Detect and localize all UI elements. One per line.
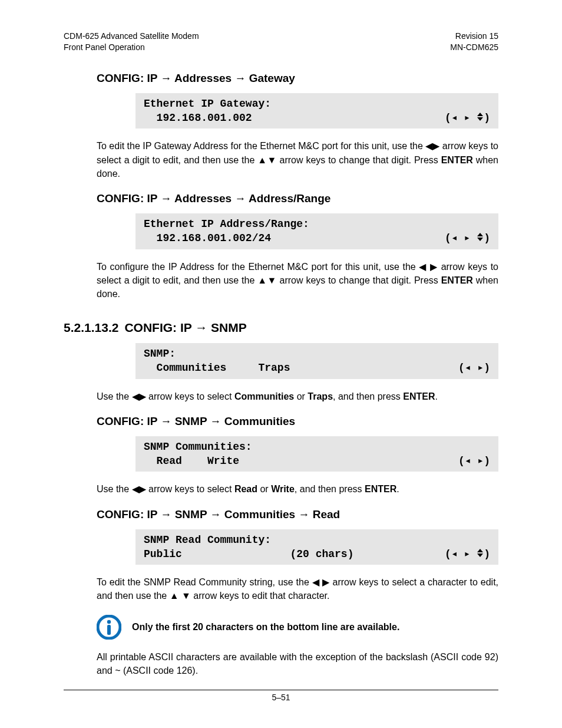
right-arrow-icon: →: [160, 72, 171, 84]
svg-marker-2: [477, 233, 483, 236]
heading-communities: CONFIG: IP → SNMP → Communities: [97, 415, 498, 428]
svg-marker-5: [477, 554, 483, 557]
lcd-display-communities: SNMP Communities: Read Write(◂ ▸): [135, 436, 498, 472]
right-arrow-icon: →: [160, 508, 171, 521]
right-arrow-icon: ▶: [139, 391, 146, 401]
right-arrow-icon: ▶: [322, 577, 329, 587]
nav-keys-icon: (◂ ▸): [458, 361, 490, 375]
left-arrow-icon: ◀: [425, 141, 432, 151]
left-arrow-icon: ◀: [132, 391, 139, 401]
nav-keys-icon: (◂ ▸ ): [445, 231, 490, 245]
nav-keys-icon: (◂ ▸ ): [445, 111, 490, 125]
right-arrow-icon: →: [210, 415, 222, 427]
right-arrow-icon: →: [210, 508, 222, 521]
left-arrow-icon: ◀: [419, 262, 427, 272]
para-address-range: To configure the IP Address for the Ethe…: [97, 260, 498, 301]
header-right-1: Revision 15: [450, 31, 498, 42]
up-arrow-icon: ▲: [170, 591, 179, 601]
right-arrow-icon: →: [195, 321, 207, 334]
para-read-community: To edit the SNMP Read Community string, …: [97, 575, 498, 602]
lcd-display-snmp: SNMP: Communities Traps(◂ ▸): [135, 343, 498, 379]
down-arrow-icon: ▼: [181, 591, 191, 601]
header-left-1: CDM-625 Advanced Satellite Modem: [64, 31, 199, 42]
right-arrow-icon: →: [234, 192, 246, 205]
para-snmp: Use the ◀▶ arrow keys to select Communit…: [97, 390, 498, 403]
right-arrow-icon: ▶: [139, 484, 146, 494]
heading-snmp: 5.2.1.13.2CONFIG: IP → SNMP: [64, 321, 498, 335]
svg-rect-8: [107, 625, 111, 635]
para-gateway: To edit the IP Gateway Address for the E…: [97, 139, 498, 180]
heading-gateway: CONFIG: IP → Addresses → Gateway: [97, 72, 498, 85]
left-arrow-icon: ◀: [312, 577, 319, 587]
down-arrow-icon: ▼: [267, 155, 276, 165]
svg-marker-0: [477, 113, 483, 116]
down-arrow-icon: ▼: [267, 275, 276, 285]
right-arrow-icon: →: [234, 72, 246, 84]
info-icon: [97, 615, 121, 640]
right-arrow-icon: →: [160, 415, 171, 427]
up-arrow-icon: ▲: [257, 275, 267, 285]
heading-address-range: CONFIG: IP → Addresses → Address/Range: [97, 192, 498, 205]
left-arrow-icon: ◀: [132, 484, 139, 494]
svg-marker-4: [477, 549, 483, 552]
svg-marker-1: [477, 117, 483, 121]
heading-read-community: CONFIG: IP → SNMP → Communities → Read: [97, 508, 498, 521]
lcd-display-read-community: SNMP Read Community: Public (20 chars)(◂…: [135, 529, 498, 565]
right-arrow-icon: ▶: [430, 262, 438, 272]
note-block: Only the first 20 characters on the bott…: [97, 615, 498, 640]
para-communities: Use the ◀▶ arrow keys to select Read or …: [97, 482, 498, 496]
header-right-2: MN-CDM625: [450, 42, 498, 53]
lcd-display-address-range: Ethernet IP Address/Range: 192.168.001.0…: [135, 213, 498, 249]
page-number: 5–51: [272, 693, 290, 702]
lcd-display-gateway: Ethernet IP Gateway: 192.168.001.002(◂ ▸…: [135, 93, 498, 129]
right-arrow-icon: ▶: [432, 141, 439, 151]
para-ascii: All printable ASCII characters are avail…: [97, 650, 498, 677]
nav-keys-icon: (◂ ▸ ): [445, 547, 490, 561]
right-arrow-icon: →: [298, 508, 309, 521]
right-arrow-icon: →: [160, 192, 171, 205]
up-arrow-icon: ▲: [257, 155, 267, 165]
svg-point-7: [107, 620, 111, 623]
note-text: Only the first 20 characters on the bott…: [132, 622, 399, 633]
page-header: CDM-625 Advanced Satellite Modem Front P…: [64, 31, 498, 53]
page-footer: 5–51: [64, 690, 498, 702]
header-left-2: Front Panel Operation: [64, 42, 199, 53]
nav-keys-icon: (◂ ▸): [458, 454, 490, 468]
svg-marker-3: [477, 238, 483, 241]
